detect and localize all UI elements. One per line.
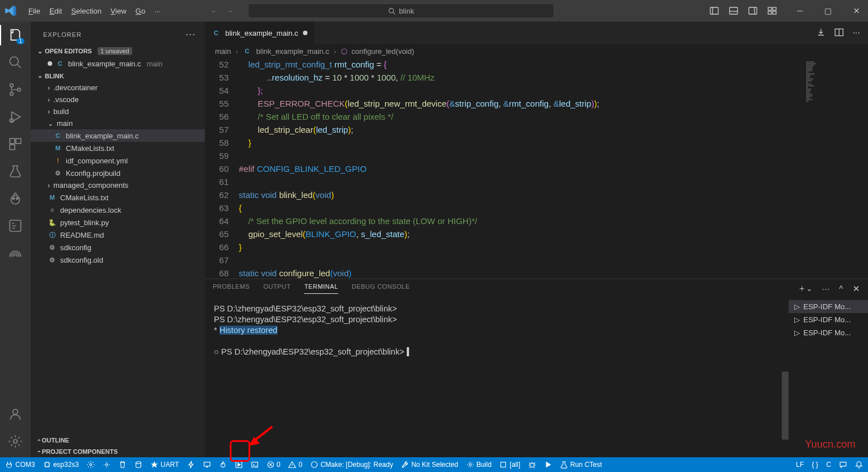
command-search[interactable]: blink [248,3,554,18]
panel-maximize-icon[interactable]: ^ [839,284,844,293]
window-minimize-icon[interactable]: ─ [794,4,806,18]
activity-explorer-icon[interactable]: 1 [7,27,23,43]
activity-debug-icon[interactable] [7,109,23,125]
sb-err[interactable]: 0 [263,461,285,469]
activity-extensions-icon[interactable] [7,136,23,152]
nav-back-icon[interactable]: ← [210,7,218,15]
tree-item[interactable]: ⚙sdkconfig [31,241,205,254]
menu-go[interactable]: Go [131,5,150,18]
bc-symbol[interactable]: configure_led(void) [352,47,415,56]
tree-item[interactable]: ›build [31,106,205,117]
activity-platformio-icon[interactable] [7,191,23,206]
open-editors-header[interactable]: ⌄ OPEN EDITORS 1 unsaved [31,45,205,57]
sidebar-more-icon[interactable]: ··· [186,28,196,40]
menu-file[interactable]: File [24,5,45,18]
activity-test-icon[interactable] [7,163,23,179]
sb-chip[interactable]: esp32s3 [39,461,83,469]
layout-right-icon[interactable] [748,6,757,15]
terminal-scrollbar[interactable] [781,298,789,457]
scrollbar-thumb[interactable] [782,372,789,440]
project-header[interactable]: ⌄ BLINK [31,70,205,82]
tree-item[interactable]: ⓘREADME.md [31,229,205,241]
layout-grid-icon[interactable] [768,6,777,15]
sb-feedback-icon[interactable] [835,461,851,469]
tab-debug-console[interactable]: DEBUG CONSOLE [352,283,410,294]
panel-close-icon[interactable]: ✕ [853,284,861,294]
bc-folder[interactable]: main [215,47,231,56]
tree-item[interactable]: ⌄main [31,117,205,129]
tree-item[interactable]: ›managed_components [31,179,205,191]
sb-gear[interactable] [83,461,99,469]
tree-item[interactable]: MCMakeLists.txt [31,191,205,204]
sb-wrench[interactable]: No Kit Selected [397,461,462,469]
tree-item[interactable]: Cblink_example_main.c [31,129,205,142]
minimap[interactable]: ████ ███ ████ ████ ██ ██████ ████████ ██… [803,58,868,279]
sb-gear2[interactable] [99,461,115,469]
menu-selection[interactable]: Selection [66,5,106,18]
tree-item[interactable]: ⚙sdkconfig.old [31,254,205,266]
window-maximize-icon[interactable]: ▢ [821,4,835,18]
sb-target[interactable]: [all] [495,461,524,469]
menu-more-icon[interactable]: ··· [150,5,165,18]
tab-terminal[interactable]: TERMINAL [304,283,338,294]
sb-plug[interactable]: COM3 [1,461,39,469]
tree-item[interactable]: ›.vscode [31,94,205,106]
tree-item[interactable]: MCMakeLists.txt [31,142,205,154]
sb-db[interactable] [130,461,146,469]
sb-term[interactable] [247,461,263,469]
sb-lang[interactable]: C [822,461,835,469]
bc-file[interactable]: blink_example_main.c [256,47,330,56]
nav-forward-icon[interactable]: → [226,7,233,15]
sb-info[interactable]: CMake: [Debug]: Ready [306,461,397,469]
sb-warn[interactable]: 0 [284,461,306,469]
sb-trash[interactable] [115,461,130,469]
activity-account-icon[interactable] [7,406,23,422]
sb-monitor[interactable] [199,461,215,469]
editor-tab[interactable]: C blink_example_main.c [205,22,315,44]
terminal-item[interactable]: ▷ESP-IDF Mo... [789,326,868,339]
code-area[interactable]: 5253545556575859606162636465666768 led_s… [205,58,868,279]
sb-lang-braces[interactable]: { } [808,461,822,469]
editor-more-icon[interactable]: ··· [853,28,860,38]
layout-panel-icon[interactable] [729,6,738,15]
terminal-item[interactable]: ▷ESP-IDF Mo... [789,300,868,313]
sb-flame[interactable] [215,461,231,469]
open-editor-file[interactable]: C blink_example_main.c main [31,57,205,70]
sb-star[interactable]: UART [146,461,183,469]
terminal[interactable]: PS D:\zhengyad\ESP32\esp32_soft_project\… [205,298,781,457]
sb-flash[interactable] [183,461,199,469]
tree-item[interactable]: ≡dependencies.lock [31,204,205,216]
tab-problems[interactable]: PROBLEMS [213,283,250,294]
split-editor-icon[interactable] [835,28,844,38]
menu-edit[interactable]: Edit [45,5,66,18]
new-terminal-icon[interactable]: ＋⌄ [798,283,813,294]
layout-side-icon[interactable] [710,6,719,15]
sb-runbox[interactable] [231,461,247,469]
activity-scm-icon[interactable] [7,82,23,98]
activity-search-icon[interactable] [7,54,23,70]
project-components-header[interactable]: › PROJECT COMPONENTS [31,446,205,457]
download-icon[interactable] [816,28,825,38]
window-close-icon[interactable]: ✕ [850,4,863,18]
sb-beaker[interactable]: Run CTest [556,461,606,469]
sb-play[interactable] [540,461,556,469]
tree-item[interactable]: ›.devcontainer [31,82,205,94]
sb-eol[interactable]: LF [792,461,808,469]
tree-item[interactable]: 🐍pytest_blink.py [31,216,205,229]
tree-item[interactable]: ⚙Kconfig.projbuild [31,167,205,179]
terminal-item[interactable]: ▷ESP-IDF Mo... [789,313,868,326]
breadcrumbs[interactable]: main › C blink_example_main.c › ⬡ config… [205,44,868,58]
tree-item[interactable]: !idf_component.yml [31,154,205,167]
panel-more-icon[interactable]: ··· [822,284,830,293]
outline-header[interactable]: › OUTLINE [31,435,205,446]
tab-output[interactable]: OUTPUT [263,283,290,294]
sb-gearb[interactable]: Build [462,461,496,469]
activity-hex-icon[interactable] [7,218,23,234]
code-content[interactable]: led_strip_rmt_config_t rmt_config = { ..… [239,58,803,279]
svg-rect-1 [710,7,718,14]
activity-rainbow-icon[interactable] [7,245,23,261]
activity-settings-icon[interactable] [7,433,23,449]
sb-bug[interactable] [524,461,540,469]
sb-bell-icon[interactable] [851,461,867,469]
menu-view[interactable]: View [106,5,131,18]
